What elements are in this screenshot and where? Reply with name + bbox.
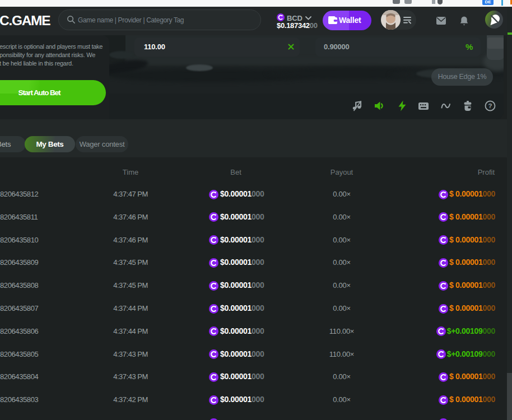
svg-text:?: ?	[488, 102, 492, 109]
